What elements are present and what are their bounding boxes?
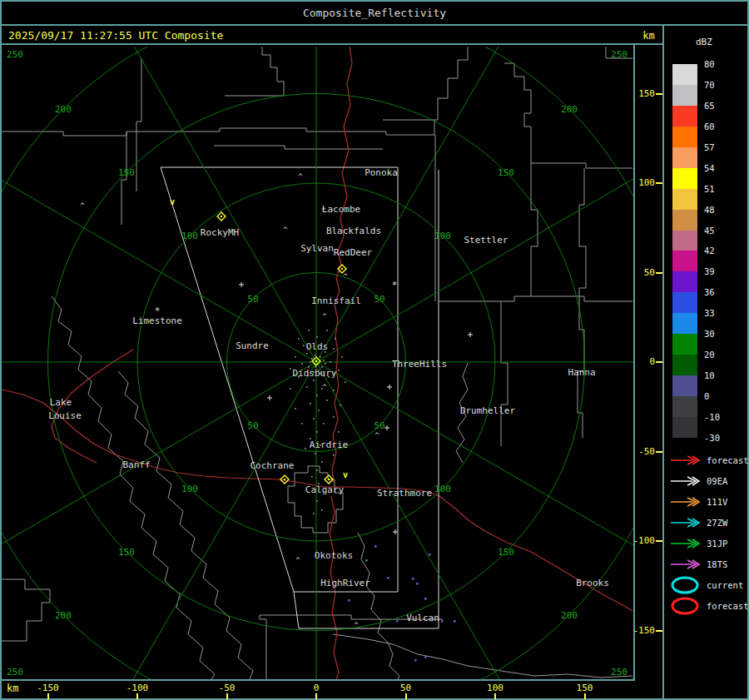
clutter-echo (326, 400, 328, 401)
clutter-echo (311, 358, 313, 360)
caret-marker-icon: ^ (322, 312, 327, 320)
legend-ellipse-icon (669, 597, 701, 615)
range-ring-label: 50 (247, 420, 258, 431)
weak-echo (429, 554, 431, 556)
radar-map-viewport[interactable]: 5050505010010010010015015015015020020020… (2, 47, 633, 679)
legend-item-current: current (669, 577, 743, 593)
bottom-axis-tick (584, 693, 586, 699)
v-marker-icon: v (343, 470, 348, 479)
caret-marker-icon: ^ (322, 383, 327, 391)
scale-level-label: -30 (704, 433, 739, 443)
clutter-echo (333, 348, 335, 350)
city-label-Louise: Louise (48, 410, 82, 421)
clutter-echo (290, 368, 291, 370)
right-axis-tick (656, 182, 662, 184)
county-boundary (214, 146, 383, 149)
legend-item-label: 111V (707, 497, 727, 507)
legend-item-label: forecast (707, 601, 749, 611)
header-separator (0, 43, 663, 45)
right-axis-label: 0 (632, 356, 655, 367)
plus-marker-icon (384, 425, 389, 430)
clutter-echo (323, 423, 325, 424)
bottom-axis-tick (136, 693, 138, 699)
scale-level-label: 42 (704, 246, 739, 256)
range-ring-label: 150 (498, 547, 514, 558)
clutter-echo (308, 330, 310, 331)
scale-band--10 (672, 417, 697, 438)
weak-echo (416, 583, 419, 585)
scale-level-label: 54 (704, 163, 739, 173)
city-label-Sylvan: Sylvan (300, 243, 334, 254)
range-ring-label: 50 (374, 294, 384, 305)
legend-item-label: 09EA (707, 476, 727, 486)
legend-ellipse-icon (669, 576, 701, 594)
clutter-echo (313, 513, 315, 514)
range-ring-label: 150 (498, 167, 514, 178)
range-ring-label: 150 (118, 547, 135, 558)
range-ring-label: 250 (7, 49, 23, 60)
scale-level-label: 33 (704, 308, 739, 318)
scale-level-label: 20 (704, 350, 739, 360)
county-boundary (504, 63, 632, 168)
clutter-echo (341, 356, 343, 358)
range-ring-label: 250 (7, 667, 23, 678)
clutter-echo (311, 476, 313, 478)
caret-marker-icon: ^ (321, 206, 326, 215)
clutter-echo (310, 403, 311, 405)
range-ring-label: 250 (611, 667, 627, 678)
city-label-Stettler: Stettler (464, 235, 508, 246)
bottom-axis-unit-label: km (7, 683, 18, 694)
clutter-echo (321, 509, 323, 511)
range-ring-label: 100 (181, 484, 198, 494)
scale-band-10 (672, 375, 697, 396)
clutter-echo (301, 363, 303, 365)
scale-band-36 (672, 292, 697, 313)
scale-band-70 (672, 85, 697, 106)
clutter-echo (345, 381, 346, 383)
plus-marker-icon (239, 282, 244, 287)
caret-marker-icon: ^ (283, 226, 288, 234)
county-boundary (531, 163, 538, 296)
scale-band-45 (672, 231, 697, 251)
range-ring-label: 50 (374, 420, 384, 431)
bottom-axis-tick (494, 693, 496, 699)
clutter-echo (303, 345, 305, 346)
title-bar[interactable]: Composite_Reflectivity (0, 0, 749, 24)
weak-echo (387, 577, 389, 579)
clutter-echo (316, 395, 318, 396)
clutter-echo (295, 356, 296, 358)
caret-marker-icon: ^ (343, 272, 348, 280)
scale-level-label: 57 (704, 142, 739, 152)
city-label-Didsbury: Didsbury (293, 368, 337, 379)
clutter-echo (326, 330, 328, 331)
city-label-RedDeer: RedDeer (334, 247, 373, 258)
legend-arrow-icon (669, 493, 701, 511)
legend-item-18TS: 18TS (669, 556, 727, 573)
weak-echo (441, 620, 444, 623)
legend-arrow-icon (669, 555, 701, 573)
city-label-Brooks: Brooks (576, 578, 609, 588)
city-label-Okotoks: Okotoks (315, 550, 353, 561)
county-boundary (118, 371, 253, 679)
scale-level-label: 0 (704, 391, 739, 401)
clutter-echo (310, 361, 311, 363)
legend-item-31JP: 31JP (669, 535, 727, 552)
clutter-echo (338, 431, 340, 433)
window-title: Composite_Reflectivity (0, 7, 749, 19)
right-axis-tick (656, 93, 662, 95)
scale-level-label: 80 (704, 59, 739, 69)
weak-echo (348, 599, 350, 602)
city-label-Calgary: Calgary (305, 484, 345, 495)
legend-item-forecast: forecast (669, 598, 749, 614)
clutter-echo (313, 418, 315, 420)
clutter-echo (301, 423, 303, 424)
scale-level-label: 36 (704, 287, 739, 297)
city-label-Banff: Banff (122, 459, 150, 470)
caret-marker-icon: ^ (374, 431, 379, 439)
weak-echo (414, 659, 417, 662)
clutter-echo (323, 360, 325, 361)
weak-echo (374, 545, 377, 548)
range-ring-label: 200 (55, 610, 72, 621)
county-boundary (288, 466, 343, 533)
range-ring-label: 150 (118, 167, 135, 178)
